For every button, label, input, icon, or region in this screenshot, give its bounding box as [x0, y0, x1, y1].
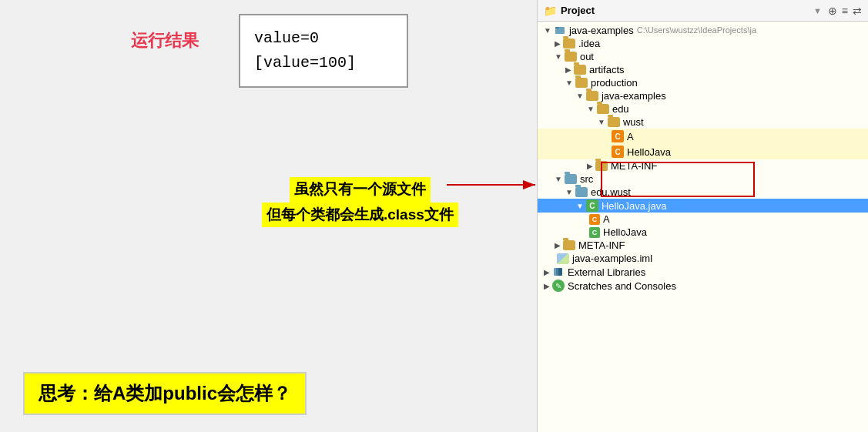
- prod-je-chevron: ▼: [576, 92, 584, 100]
- tree-class-a-output[interactable]: C A: [538, 129, 868, 144]
- expand-icon[interactable]: ⇄: [853, 5, 862, 17]
- production-folder-icon: [575, 78, 588, 88]
- tree-wust[interactable]: ▼ wust: [538, 116, 868, 129]
- edu-label: edu: [612, 103, 629, 115]
- tree-artifacts[interactable]: ▶ artifacts: [538, 63, 868, 76]
- svg-rect-3: [555, 27, 559, 28]
- code-line2: [value=100]: [254, 51, 393, 75]
- tree-iml[interactable]: java-examples.iml: [538, 252, 868, 265]
- meta-label: META-INF: [578, 239, 625, 251]
- hellojava-output-icon: C: [612, 146, 624, 158]
- settings-icon[interactable]: ≡: [842, 5, 848, 17]
- sync-icon[interactable]: ⊕: [828, 5, 837, 17]
- tree-hellojava-output[interactable]: C HelloJava: [538, 144, 868, 159]
- tree-external-libs[interactable]: ▶ External Libraries: [538, 265, 868, 279]
- tree-area: ▼ java-examples C:\Users\wustzz\IdeaProj…: [538, 22, 868, 294]
- root-chevron: ▼: [544, 26, 551, 35]
- edu-wust-chevron: ▼: [565, 188, 573, 196]
- question-box: 思考：给A类加public会怎样？: [23, 372, 307, 415]
- panel-title: Project: [561, 5, 813, 16]
- idea-chevron: ▶: [555, 39, 561, 48]
- tree-src[interactable]: ▼ src: [538, 172, 868, 186]
- extlib-chevron: ▶: [544, 268, 550, 276]
- src-folder-icon: [565, 174, 577, 184]
- scratches-label: Scratches and Consoles: [568, 280, 676, 292]
- edu-chevron: ▼: [587, 105, 595, 113]
- production-label: production: [591, 77, 638, 89]
- inner-hellojava-icon: C: [589, 227, 600, 238]
- iml-icon: [557, 253, 569, 264]
- class-a-output-icon: C: [612, 130, 624, 142]
- src-chevron: ▼: [555, 175, 562, 183]
- root-path: C:\Users\wustzz\IdeaProjects\ja: [637, 25, 756, 35]
- artifacts-chevron: ▶: [565, 65, 571, 74]
- tree-edu[interactable]: ▼ edu: [538, 102, 868, 116]
- code-box: value=0 [value=100]: [239, 14, 408, 88]
- tree-production[interactable]: ▼ production: [538, 76, 868, 89]
- extlib-icon: [552, 266, 565, 278]
- wust-folder-icon: [608, 117, 620, 127]
- annotation-box: 虽然只有一个源文件 但每个类都会生成.class文件: [262, 177, 458, 227]
- idea-label: .idea: [578, 38, 600, 49]
- folder-icon: 📁: [544, 5, 557, 17]
- prod-je-label: java-examples: [602, 90, 666, 102]
- annotation-line1: 虽然只有一个源文件: [290, 177, 431, 203]
- tree-inner-hellojava[interactable]: C HelloJava: [538, 226, 868, 239]
- project-panel: 📁 Project ▼ ⊕ ≡ ⇄ ▼ java-examples C:\Use…: [537, 0, 868, 432]
- tree-scratches[interactable]: ▶ ✎ Scratches and Consoles: [538, 279, 868, 293]
- inner-hellojava-label: HelloJava: [603, 226, 647, 238]
- inner-a-label: A: [603, 213, 610, 225]
- hellojava-java-label: HelloJava.java: [602, 200, 667, 212]
- project-icon: [554, 24, 566, 36]
- tree-idea[interactable]: ▶ .idea: [538, 37, 868, 50]
- scratches-icon: ✎: [552, 280, 565, 292]
- annotation-line2: 但每个类都会生成.class文件: [262, 203, 458, 228]
- artifacts-label: artifacts: [589, 64, 625, 75]
- tree-edu-wust[interactable]: ▼ edu.wust: [538, 186, 868, 199]
- wust-chevron: ▼: [598, 118, 605, 126]
- production-chevron: ▼: [565, 79, 573, 87]
- tree-meta-inf-prod[interactable]: ▶ META-INF: [538, 159, 868, 172]
- idea-folder-icon: [563, 39, 575, 49]
- wust-label: wust: [623, 116, 644, 128]
- tree-production-java-examples[interactable]: ▼ java-examples: [538, 89, 868, 102]
- code-line1: value=0: [254, 26, 393, 51]
- inner-a-icon: C: [589, 214, 600, 225]
- out-chevron: ▼: [555, 52, 562, 61]
- iml-label: java-examples.iml: [572, 253, 652, 264]
- tree-hellojava-java[interactable]: ▼ C HelloJava.java: [538, 199, 868, 213]
- tree-inner-a[interactable]: C A: [538, 213, 868, 226]
- meta-prod-label: META-INF: [611, 160, 657, 172]
- tree-root[interactable]: ▼ java-examples C:\Users\wustzz\IdeaProj…: [538, 23, 868, 37]
- extlib-label: External Libraries: [568, 266, 645, 278]
- edu-wust-folder-icon: [575, 187, 588, 197]
- meta-prod-chevron: ▶: [587, 162, 593, 170]
- panel-dropdown-arrow[interactable]: ▼: [813, 6, 822, 15]
- scratches-chevron: ▶: [544, 282, 550, 290]
- artifacts-folder-icon: [574, 65, 586, 75]
- prod-je-folder-icon: [586, 91, 598, 101]
- root-label: java-examples: [569, 25, 634, 36]
- panel-header: 📁 Project ▼ ⊕ ≡ ⇄: [538, 0, 868, 22]
- svg-rect-6: [558, 268, 562, 276]
- src-label: src: [580, 173, 593, 185]
- hellojava-java-icon: C: [586, 199, 598, 212]
- left-area: 运行结果 value=0 [value=100] 虽然只有一个源文件 但每个类都…: [0, 0, 539, 432]
- out-label: out: [580, 51, 594, 62]
- tree-out[interactable]: ▼ out: [538, 50, 868, 63]
- meta-chevron: ▶: [555, 241, 561, 249]
- edu-folder-icon: [597, 104, 609, 114]
- hellojava-output-label: HelloJava: [627, 146, 671, 158]
- tree-meta-inf[interactable]: ▶ META-INF: [538, 239, 868, 252]
- arrow-icon: [447, 173, 547, 196]
- meta-prod-folder-icon: [595, 161, 608, 171]
- out-folder-icon: [565, 52, 577, 62]
- panel-icon-group: ⊕ ≡ ⇄: [828, 5, 862, 17]
- edu-wust-label: edu.wust: [591, 186, 631, 198]
- class-a-output-label: A: [627, 131, 634, 142]
- meta-folder-icon: [563, 240, 575, 250]
- run-result-label: 运行结果: [131, 29, 199, 52]
